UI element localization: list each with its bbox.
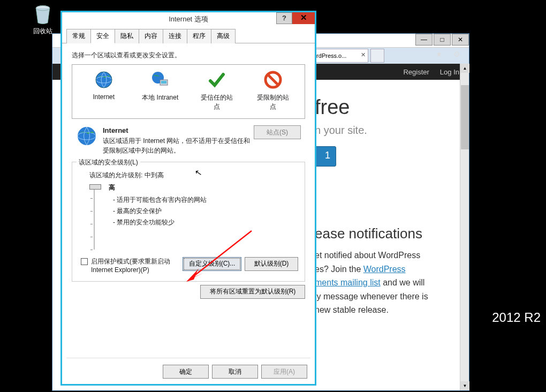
recycle-bin[interactable]: 回收站 <box>27 3 59 36</box>
maximize-button[interactable]: □ <box>434 34 451 46</box>
globe-icon <box>94 70 113 89</box>
tab-general[interactable]: 常规 <box>66 29 91 43</box>
zone-local-intranet[interactable]: 本地 Intranet <box>141 70 179 113</box>
zone-name: Internet <box>103 126 128 134</box>
ok-button[interactable]: 确定 <box>163 365 209 379</box>
tab-security[interactable]: 安全 <box>90 29 115 43</box>
dialog-close-button[interactable]: ✕ <box>292 12 315 24</box>
help-button[interactable]: ? <box>276 12 292 24</box>
dialog-tabs: 常规 安全 隐私 内容 连接 程序 高级 <box>62 28 315 43</box>
svg-rect-7 <box>161 81 166 84</box>
download-button[interactable]: 1 <box>315 146 336 167</box>
scroll-thumb[interactable] <box>461 85 469 149</box>
dialog-footer: 确定 取消 应用(A) <box>163 365 307 379</box>
recycle-bin-icon <box>31 3 55 27</box>
level-description: 高 - 适用于可能包含有害内容的网站 - 最高的安全保护 - 禁用的安全功能较少 <box>107 183 207 250</box>
browser-tab[interactable]: ordPress.o... ✕ <box>309 49 368 63</box>
zone-selector: Internet 本地 Intranet 受信任的站点 受限制的站点 <box>72 64 305 119</box>
zone-internet[interactable]: Internet <box>85 70 123 113</box>
slider-thumb[interactable] <box>89 184 101 190</box>
svg-point-10 <box>78 127 96 145</box>
scrollbar[interactable]: ▲ ▼ <box>460 64 469 390</box>
close-button[interactable]: ✕ <box>452 34 469 46</box>
ie-tools[interactable]: ★ ⚙ <box>436 50 465 58</box>
minimize-button[interactable]: — <box>415 34 433 46</box>
wordpress-link[interactable]: WordPress <box>363 265 406 274</box>
zone-restricted[interactable]: 受限制的站点 <box>254 70 292 113</box>
news-heading: ease notifications <box>315 225 453 242</box>
hero-tagline: n your site. <box>315 124 453 137</box>
mailing-list-link[interactable]: ments mailing list <box>315 278 381 287</box>
zone-trusted[interactable]: 受信任的站点 <box>198 70 236 113</box>
scroll-up-button[interactable]: ▲ <box>460 64 469 73</box>
scroll-down-button[interactable]: ▼ <box>460 381 469 390</box>
security-legend: 该区域的安全级别(L) <box>77 158 140 167</box>
login-link[interactable]: Log In <box>440 68 459 76</box>
cancel-button[interactable]: 取消 <box>212 365 258 379</box>
checkmark-icon <box>207 70 226 89</box>
new-tab-button[interactable] <box>370 49 384 63</box>
default-level-button[interactable]: 默认级别(D) <box>245 257 298 271</box>
tab-title: ordPress.o... <box>313 52 346 59</box>
security-slider[interactable] <box>89 185 99 250</box>
protect-mode-label: 启用保护模式(要求重新启动 Internet Explorer)(P) <box>91 257 182 274</box>
tab-privacy[interactable]: 隐私 <box>115 29 139 43</box>
hero-title: free <box>315 96 453 119</box>
protect-mode-row: 启用保护模式(要求重新启动 Internet Explorer)(P) 自定义级… <box>79 257 298 274</box>
apply-button: 应用(A) <box>261 365 307 379</box>
watermark: 2012 R2 <box>492 310 541 325</box>
reset-all-button[interactable]: 将所有区域重置为默认级别(R) <box>200 285 305 299</box>
tab-content[interactable]: 内容 <box>139 29 163 43</box>
zone-info: Internet 该区域适用于 Internet 网站，但不适用于在受信任和受限… <box>72 125 305 155</box>
internet-options-dialog: Internet 选项 ? ✕ 常规 安全 隐私 内容 连接 程序 高级 选择一… <box>60 11 316 386</box>
zone-prompt: 选择一个区域以查看或更改安全设置。 <box>72 51 305 60</box>
tab-programs[interactable]: 程序 <box>187 29 211 43</box>
dialog-title-bar[interactable]: Internet 选项 ? ✕ <box>62 12 315 26</box>
dialog-title: Internet 选项 <box>169 14 208 24</box>
custom-level-button[interactable]: 自定义级别(C)... <box>183 257 241 271</box>
register-link[interactable]: Register <box>403 68 429 76</box>
intranet-icon <box>150 70 170 89</box>
allow-level: 该区域的允许级别: 中到高 <box>89 171 298 180</box>
sites-button: 站点(S) <box>254 125 301 139</box>
globe-icon <box>76 125 97 147</box>
tab-advanced[interactable]: 高级 <box>211 29 236 43</box>
security-level-group: 该区域的安全级别(L) 该区域的允许级别: 中到高 高 - 适用于可能包含有害内… <box>72 162 305 282</box>
news-text: et notified about WordPress es? Join the… <box>315 248 453 317</box>
protect-mode-checkbox[interactable] <box>81 258 88 265</box>
svg-line-9 <box>268 74 278 85</box>
tab-connections[interactable]: 连接 <box>163 29 187 43</box>
tab-close-icon[interactable]: ✕ <box>361 51 366 58</box>
zone-description: 该区域适用于 Internet 网站，但不适用于在受信任和受限制区域中列出的网站… <box>103 137 250 154</box>
restricted-icon <box>263 70 283 89</box>
dialog-body: 选择一个区域以查看或更改安全设置。 Internet 本地 Intranet 受… <box>62 43 315 306</box>
